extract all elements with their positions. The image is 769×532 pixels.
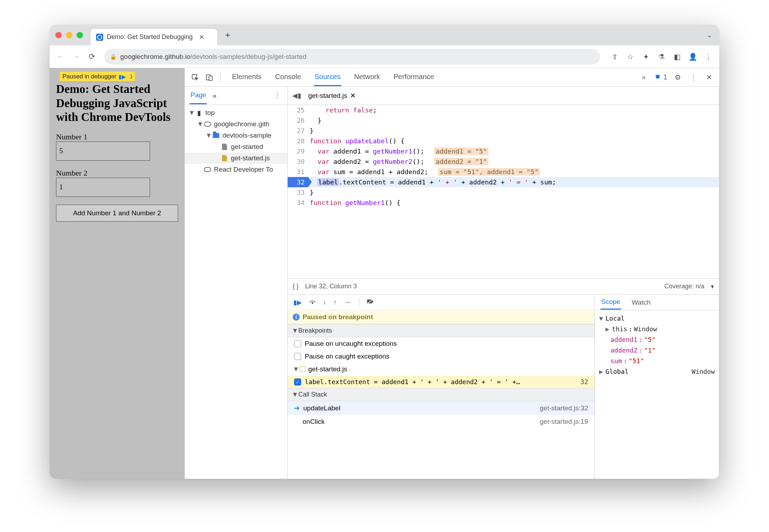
current-frame-icon: ➔ [294,404,300,412]
number1-input[interactable] [56,142,150,161]
svg-rect-2 [209,76,212,81]
call-stack-frame[interactable]: ➔updateLabelget-started.js:32 [288,401,594,415]
code-line[interactable]: 33} [288,187,719,198]
coverage-dropdown-icon[interactable]: ▾ [711,283,714,290]
js-icon [221,155,228,162]
number2-input[interactable] [56,178,150,197]
navigator-menu-icon[interactable]: ⋮ [272,90,282,101]
breakpoint-file-icon [300,366,305,372]
code-line[interactable]: 27} [288,126,719,136]
paused-reason-bar: i Paused on breakpoint [288,310,594,324]
coverage-label: Coverage: n/a [664,283,704,290]
labs-icon[interactable]: ⚗ [655,50,668,63]
devtools-tab-elements[interactable]: Elements [231,68,262,86]
checkbox-icon[interactable] [294,353,301,360]
scope-tab-watch[interactable]: Watch [631,296,651,309]
page-viewport: Paused in debugger ▮▶ Demo: Get Started … [50,68,184,479]
resume-button[interactable]: ▮▶ [293,299,302,306]
navigator-tab-page[interactable]: Page [190,87,207,104]
menu-icon[interactable]: ⋮ [702,50,715,63]
checkbox-checked-icon[interactable]: ✓ [294,378,301,386]
devtools-tab-performance[interactable]: Performance [393,68,435,86]
overlay-resume-icon[interactable]: ▮▶ [118,73,126,80]
scope-variable[interactable]: addend1: "5" [599,334,715,345]
code-line[interactable]: 28function updateLabel() { [288,136,719,146]
extensions-icon[interactable]: ✦ [639,50,653,63]
scope-local-header[interactable]: ▼Local [599,313,715,324]
overlay-step-icon[interactable] [127,74,133,80]
settings-icon[interactable]: ⚙ [673,72,683,83]
tree-item[interactable]: ▼▮top [185,107,287,118]
scope-this-row[interactable]: ▶this: Window [599,324,715,334]
callstack-section-header[interactable]: ▼Call Stack [288,388,594,401]
tabs-menu-icon[interactable]: ⌄ [707,31,712,39]
editor-filename: get-started.js [308,92,347,100]
code-line[interactable]: 25 return false; [288,105,719,115]
back-button[interactable]: ← [54,50,67,63]
tree-item[interactable]: get-started [185,141,287,153]
devtools-tab-network[interactable]: Network [353,68,381,86]
debugger-controls: ▮▶ ↓ ↑ →· [288,295,594,310]
more-panels-icon[interactable]: » [638,72,649,83]
scope-tab-scope[interactable]: Scope [601,295,621,310]
share-icon[interactable]: ⇪ [608,50,621,63]
forward-button[interactable]: → [70,50,83,63]
step-into-button[interactable]: ↓ [323,299,326,306]
profile-icon[interactable]: 👤 [686,50,699,63]
address-bar[interactable]: 🔒 googlechrome.github.io/devtools-sample… [104,49,600,65]
tree-item[interactable]: ▼googlechrome.gith [185,118,287,130]
code-editor[interactable]: 25 return false;26 }27}28function update… [288,105,719,278]
step-over-button[interactable] [309,299,316,306]
sources-navigator: Page » ⋮ ▼▮top▼googlechrome.gith▼devtool… [185,87,288,479]
new-tab-button[interactable]: + [221,28,235,42]
reload-button[interactable]: ⟳ [85,50,99,63]
editor-tab[interactable]: get-started.js ✕ [306,90,358,101]
device-toggle-icon[interactable] [204,72,215,83]
breakpoint-file-row[interactable]: ▼get-started.js [288,363,594,376]
toggle-navigator-icon[interactable]: ◀▮ [291,90,302,101]
code-line[interactable]: 30 var addend2 = getNumber2(); addend2 =… [288,156,719,167]
breakpoints-section-header[interactable]: ▼Breakpoints [288,324,594,337]
browser-tab[interactable]: Demo: Get Started Debugging ✕ [90,28,218,45]
checkbox-icon[interactable] [294,340,301,347]
code-line[interactable]: 34function getNumber1() { [288,198,719,208]
scope-variable[interactable]: sum: "51" [599,356,715,366]
devtools-tab-sources[interactable]: Sources [314,68,341,86]
bookmark-icon[interactable]: ☆ [624,50,637,63]
tree-item[interactable]: get-started.js [185,153,287,164]
scope-global-header[interactable]: ▶GlobalWindow [599,366,715,377]
navigator-more-icon[interactable]: » [212,88,217,104]
devtools-menu-icon[interactable]: ⋮ [688,72,699,83]
maximize-window-button[interactable] [77,32,83,38]
tree-item[interactable]: React Developer To [185,164,287,175]
devtools-tab-console[interactable]: Console [274,68,301,86]
close-window-button[interactable] [55,32,62,38]
close-editor-tab-icon[interactable]: ✕ [350,92,356,100]
tree-item[interactable]: ▼devtools-sample [185,130,287,141]
close-devtools-icon[interactable]: ✕ [704,72,714,83]
code-line[interactable]: 26 } [288,115,719,126]
code-line[interactable]: 29 var addend1 = getNumber1(); addend1 =… [288,146,719,156]
pause-uncaught-checkbox-row[interactable]: Pause on uncaught exceptions [288,337,594,350]
close-tab-icon[interactable]: ✕ [199,33,204,41]
pause-caught-checkbox-row[interactable]: Pause on caught exceptions [288,350,594,363]
scope-variable[interactable]: addend2: "1" [599,345,715,356]
call-stack-frame[interactable]: onClickget-started.js:19 [288,415,594,428]
issues-badge[interactable]: 1 [654,73,668,82]
page-title: Demo: Get Started Debugging JavaScript w… [56,82,178,124]
devtools-toolbar: ElementsConsoleSourcesNetworkPerformance… [185,68,719,87]
favicon-icon [96,34,103,41]
pretty-print-icon[interactable]: { } [293,283,299,290]
step-out-button[interactable]: ↑ [333,299,337,306]
step-button[interactable]: →· [344,299,352,306]
deactivate-breakpoints-button[interactable] [366,299,374,306]
side-panel-icon[interactable]: ◧ [670,50,684,63]
code-line[interactable]: 31 var sum = addend1 + addend2; sum = "5… [288,167,719,177]
code-line[interactable]: 32 label.textContent = addend1 + ' + ' +… [288,177,719,187]
window-controls [55,32,83,38]
breakpoint-entry[interactable]: ✓label.textContent = addend1 + ' + ' + a… [288,376,594,388]
minimize-window-button[interactable] [66,32,72,38]
main-content: Paused in debugger ▮▶ Demo: Get Started … [50,68,719,479]
add-button[interactable]: Add Number 1 and Number 2 [56,205,178,222]
inspect-icon[interactable] [190,72,200,83]
